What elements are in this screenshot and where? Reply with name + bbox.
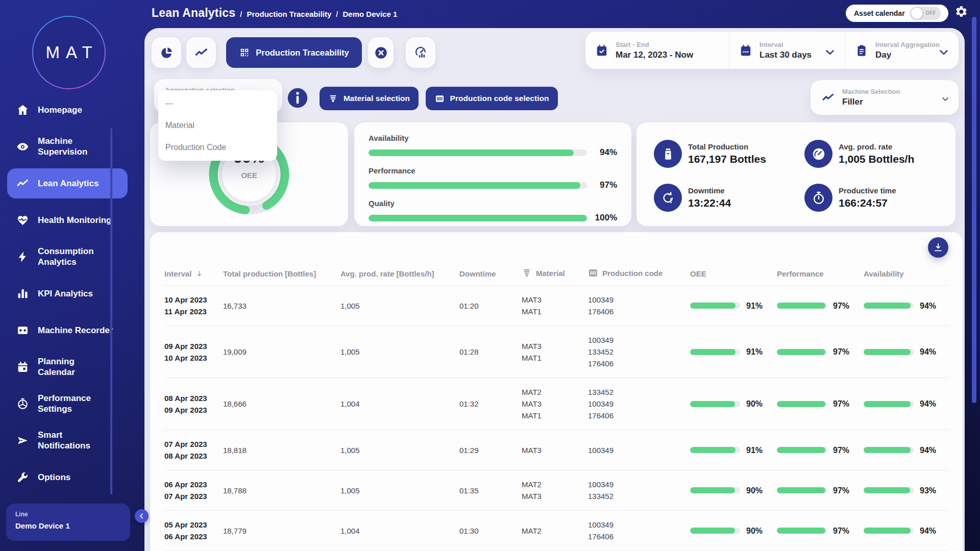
material-selection-button[interactable]: Material selection [320, 87, 419, 110]
stat-icon-circle [654, 184, 682, 212]
info-button[interactable] [287, 87, 308, 109]
heart-pulse-icon [16, 214, 29, 227]
column-header-material[interactable]: Material [522, 268, 588, 278]
asset-calendar-control: Asset calendar OFF [846, 5, 948, 22]
sidebar-item-smart-notifications[interactable]: SmartNotifications [0, 422, 144, 459]
download-button[interactable] [928, 237, 948, 258]
pct-fill [864, 447, 911, 453]
column-header-availability[interactable]: Availability [864, 269, 948, 278]
production-stats-card: Total Production 167,197 Bottles Avg. pr… [636, 122, 955, 226]
download-icon [933, 242, 943, 253]
breadcrumb-section[interactable]: Production Traceability [247, 10, 331, 18]
sidebar-item-lean-analytics[interactable]: Lean Analytics [0, 165, 144, 202]
dashboard-view-button[interactable] [406, 37, 435, 68]
column-header-interval[interactable]: Interval [164, 269, 223, 278]
sidebar-item-label: Health Monitoring [38, 215, 111, 226]
aggregation-option--[interactable]: --- [158, 92, 277, 114]
device-card[interactable]: Line Demo Device 1 [6, 504, 130, 541]
sort-down-icon [195, 270, 203, 278]
material-cell: MAT3MAT1 [522, 294, 588, 317]
close-view-button[interactable] [368, 37, 394, 68]
trend-icon [16, 177, 29, 190]
chevron-down-icon [823, 45, 837, 59]
column-header-total[interactable]: Total production [Bottles] [223, 269, 340, 278]
production-code-cell: 100349176406 [588, 294, 690, 317]
pct-fill [777, 303, 825, 309]
sidebar-collapse-button[interactable] [135, 509, 149, 523]
kpi-bar-value: 94% [587, 147, 617, 158]
send-icon [16, 434, 29, 447]
table-row[interactable]: 06 Apr 202307 Apr 202318,7881,00501:35MA… [164, 470, 948, 511]
stat-icon-circle [804, 184, 832, 212]
kpi-bar-fill [369, 215, 587, 221]
asset-calendar-toggle[interactable]: OFF [910, 7, 941, 20]
sidebar-item-consumption-analytics[interactable]: ConsumptionAnalytics [0, 238, 144, 275]
breadcrumb-root[interactable]: Lean Analytics [152, 6, 235, 20]
stat-icon-circle [654, 140, 682, 168]
table-row[interactable]: 10 Apr 202311 Apr 202316,7331,00501:20MA… [164, 286, 948, 326]
table-row[interactable]: 07 Apr 202308 Apr 202318,8181,00501:29MA… [164, 430, 948, 470]
sidebar-item-planning-calendar[interactable]: PlanningCalendar [0, 348, 144, 385]
sidebar-item-machine-recorder[interactable]: Machine Recorder [0, 312, 144, 348]
calendar-check-icon [595, 44, 608, 57]
downtime-cell: 01:32 [459, 398, 522, 410]
toggle-state-label: OFF [926, 10, 936, 16]
pct-value: 91% [746, 300, 763, 312]
interval-aggregation-control[interactable]: Interval Aggregation Day [845, 32, 959, 69]
sidebar-item-label: MachineSupervision [38, 136, 87, 157]
pct-fill [864, 349, 911, 355]
interval-control[interactable]: Interval Last 30 days [729, 32, 845, 69]
column-header-avg-rate[interactable]: Avg. prod. rate [Bottles/h] [340, 269, 459, 278]
pct-fill [777, 487, 825, 493]
pct-fill [777, 447, 825, 453]
total-production-cell: 18,818 [223, 444, 340, 456]
sidebar-item-homepage[interactable]: Homepage [0, 91, 144, 128]
device-card-label: Line [15, 511, 121, 518]
column-header-performance[interactable]: Performance [777, 269, 864, 278]
gear-icon[interactable] [955, 6, 968, 18]
pct-track [864, 303, 914, 309]
trend-view-button[interactable] [186, 37, 216, 68]
avg-rate-cell: 1,005 [340, 300, 459, 312]
sidebar-item-performance-settings[interactable]: PerformanceSettings [0, 385, 144, 422]
aggregation-option-material[interactable]: Material [158, 114, 277, 136]
production-traceability-view-button[interactable]: Production Traceability [226, 37, 362, 68]
table-row[interactable]: 08 Apr 202309 Apr 202318,6661,00401:32MA… [164, 378, 948, 430]
chevron-left-icon [138, 512, 145, 520]
pct-track [864, 447, 914, 453]
table-row[interactable]: 09 Apr 202310 Apr 202319,0091,00501:28MA… [164, 326, 948, 378]
stat-total-production: Total Production 167,197 Bottles [654, 140, 766, 168]
column-header-oee[interactable]: OEE [690, 269, 777, 278]
production-code-selection-button[interactable]: Production code selection [426, 87, 558, 110]
info-icon [287, 87, 308, 109]
app-logo-circle: MAT [33, 17, 105, 88]
production-code-cell: 100349176406 [588, 519, 690, 542]
sidebar-item-kpi-analytics[interactable]: KPI Analytics [0, 275, 144, 312]
oee-cell: 90% [690, 525, 777, 537]
sidebar-scrollbar[interactable] [110, 128, 112, 494]
pct-fill [690, 487, 735, 493]
interval-cell: 09 Apr 202310 Apr 2023 [164, 340, 223, 364]
downtime-cell: 01:35 [459, 485, 522, 496]
availability-cell: 94% [864, 398, 948, 410]
column-header-production-code[interactable]: Production code [588, 268, 690, 278]
sidebar-item-label: Lean Analytics [38, 178, 99, 189]
pie-view-button[interactable] [152, 37, 181, 68]
date-range-control[interactable]: Start - End Mar 12, 2023 - Now [585, 32, 729, 69]
column-header-downtime[interactable]: Downtime [459, 269, 522, 278]
breadcrumb-device[interactable]: Demo Device 1 [343, 10, 398, 18]
avg-rate-cell: 1,005 [340, 444, 459, 456]
page-scrollbar[interactable] [972, 17, 976, 403]
pct-value: 90% [746, 485, 763, 496]
total-production-cell: 16,733 [223, 300, 340, 312]
sidebar-item-machine-supervision[interactable]: MachineSupervision [0, 128, 144, 165]
performance-cell: 97% [777, 300, 864, 312]
asset-calendar-label: Asset calendar [854, 9, 905, 17]
sidebar-item-health-monitoring[interactable]: Health Monitoring [0, 202, 144, 238]
machine-selection-control[interactable]: Machine Selection Filler [811, 80, 959, 115]
aggregation-option-production-code[interactable]: Production Code [158, 137, 277, 159]
performance-cell: 97% [777, 346, 864, 358]
sidebar-item-options[interactable]: Options [0, 459, 144, 495]
table-row[interactable]: 05 Apr 202306 Apr 202318,7791,00401:30MA… [164, 511, 948, 551]
pct-fill [690, 528, 735, 534]
